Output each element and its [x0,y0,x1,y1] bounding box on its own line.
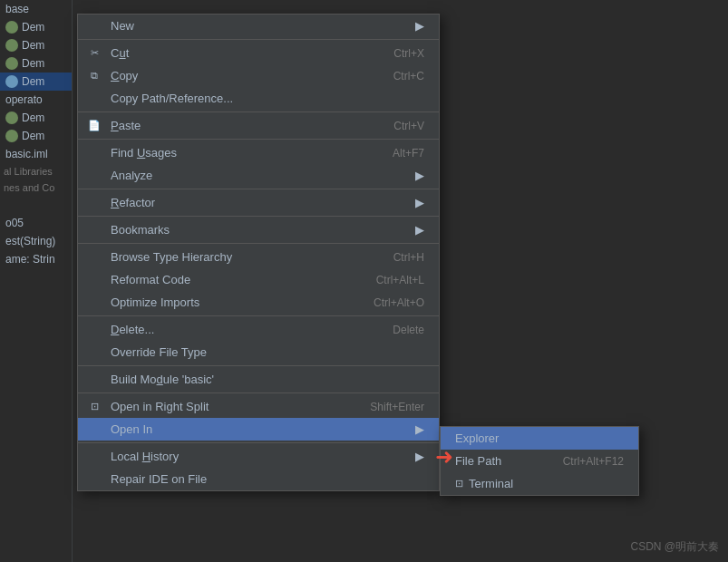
paste-icon: 📄 [87,119,102,133]
menu-item-open-in[interactable]: Open In ▶ [78,418,439,441]
submenu-item-explorer[interactable]: Explorer [441,427,638,450]
menu-item-reformat[interactable]: Reformat Code Ctrl+Alt+L [78,268,439,291]
menu-item-local-history[interactable]: Local History ▶ [78,445,439,468]
copy-icon: ⧉ [87,69,102,83]
separator-4 [78,189,439,189]
menu-item-find-usages[interactable]: Find Usages Alt+F7 [78,141,439,164]
separator-6 [78,243,439,244]
menu-item-analyze[interactable]: Analyze ▶ [78,164,439,187]
cut-icon: ✂ [87,46,102,61]
terminal-icon: ⊡ [455,478,463,489]
menu-item-delete[interactable]: Delete... Delete [78,318,439,341]
context-menu-overlay: New ▶ ✂ Cut Ctrl+X ⧉ Copy Ctrl+C Copy Pa… [0,0,728,562]
separator-5 [78,216,439,217]
context-menu: New ▶ ✂ Cut Ctrl+X ⧉ Copy Ctrl+C Copy Pa… [77,14,440,491]
menu-item-refactor[interactable]: Refactor ▶ [78,191,439,214]
menu-item-copy[interactable]: ⧉ Copy Ctrl+C [78,64,439,87]
menu-item-new[interactable]: New ▶ [78,15,439,37]
red-arrow-indicator: ➜ [435,444,453,470]
menu-item-override-file-type[interactable]: Override File Type [78,341,439,363]
menu-item-bookmarks[interactable]: Bookmarks ▶ [78,218,439,241]
submenu-item-terminal[interactable]: ⊡ Terminal [441,472,638,495]
arrow-icon-analyze: ▶ [415,169,424,182]
menu-item-optimize[interactable]: Optimize Imports Ctrl+Alt+O [78,291,439,314]
separator-8 [78,365,439,366]
menu-item-repair-ide[interactable]: Repair IDE on File [78,468,439,490]
menu-item-open-right-split[interactable]: ⊡ Open in Right Split Shift+Enter [78,395,439,418]
arrow-icon-open-in: ▶ [415,422,424,436]
arrow-icon-refactor: ▶ [415,196,424,209]
separator-2 [78,111,439,112]
separator-7 [78,315,439,316]
menu-item-paste[interactable]: 📄 Paste Ctrl+V [78,114,439,137]
submenu-open-in: Explorer File Path Ctrl+Alt+F12 ⊡ Termin… [440,426,639,496]
split-icon: ⊡ [87,400,102,414]
separator-1 [78,39,439,40]
separator-3 [78,139,439,140]
separator-10 [78,442,439,443]
menu-item-cut[interactable]: ✂ Cut Ctrl+X [78,42,439,64]
arrow-icon-bookmarks: ▶ [415,223,424,237]
separator-9 [78,392,439,393]
menu-item-copy-path[interactable]: Copy Path/Reference... [78,87,439,110]
arrow-icon-local-history: ▶ [415,450,424,463]
submenu-item-file-path[interactable]: File Path Ctrl+Alt+F12 [441,450,638,472]
arrow-icon-new: ▶ [415,19,424,33]
menu-item-build[interactable]: Build Module 'basic' [78,368,439,391]
watermark: CSDN @明前大奏 [630,539,719,555]
menu-item-hierarchy[interactable]: Browse Type Hierarchy Ctrl+H [78,246,439,268]
